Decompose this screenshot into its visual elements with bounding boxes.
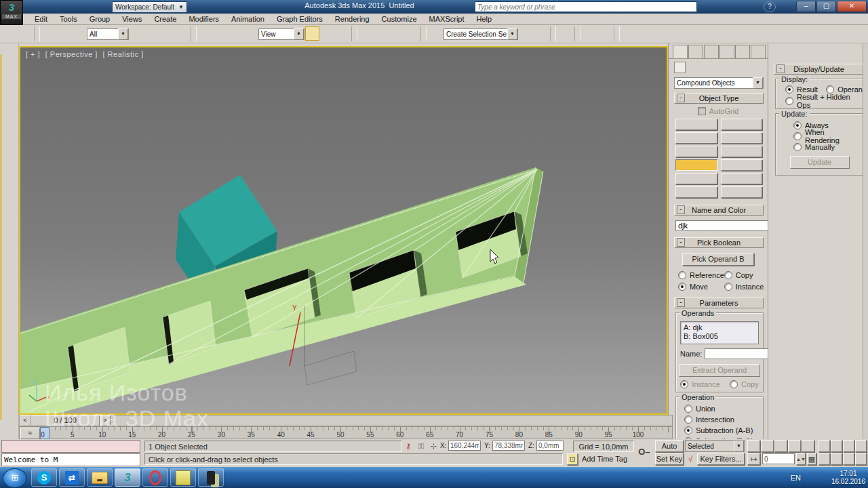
- cat-shapes[interactable]: [686, 62, 698, 73]
- curve-editor-icon[interactable]: [583, 26, 597, 41]
- select-and-manipulate-icon[interactable]: [320, 26, 334, 41]
- radio-icon[interactable]: [684, 415, 692, 424]
- extract-option[interactable]: Copy: [730, 380, 759, 388]
- menu-item[interactable]: Edit: [28, 15, 54, 23]
- key-filters-button[interactable]: Key Filters...: [697, 453, 745, 465]
- cat-geometry[interactable]: [674, 62, 686, 73]
- update-option[interactable]: When Rendering: [793, 131, 861, 140]
- operand-item[interactable]: A: djk: [684, 323, 758, 332]
- operation-option[interactable]: Union: [684, 404, 760, 413]
- terrain-compound-icon[interactable]: [1, 390, 18, 407]
- operand-item[interactable]: B: Box005: [684, 332, 758, 341]
- skype[interactable]: S: [31, 468, 57, 487]
- close-button[interactable]: ✕: [837, 1, 867, 12]
- rollout-parameters[interactable]: Parameters: [674, 298, 764, 308]
- operation-option[interactable]: Subtraction (A-B): [684, 426, 760, 434]
- start-button[interactable]: ⊞: [3, 468, 27, 488]
- radio-icon[interactable]: [793, 132, 802, 140]
- menu-item[interactable]: Rendering: [329, 15, 376, 23]
- radio-icon[interactable]: [785, 97, 793, 105]
- go-to-end-icon[interactable]: [802, 440, 814, 452]
- perspective-viewport[interactable]: [ + ] [ Perspective ] [ Realistic ]: [19, 46, 668, 415]
- maxscript-listener[interactable]: Welcome to M: [1, 453, 140, 466]
- menu-item[interactable]: Create: [148, 15, 182, 23]
- max3ds[interactable]: 3: [115, 468, 140, 487]
- trackbar-ruler[interactable]: 0510152025303540455055606570758085909510…: [40, 427, 671, 439]
- rectangular-selection-region-icon[interactable]: [159, 26, 174, 41]
- sketchup[interactable]: [170, 468, 196, 487]
- extract-option[interactable]: Instance: [680, 380, 720, 388]
- cone-primitive-icon[interactable]: [1, 321, 18, 338]
- current-frame-field[interactable]: [762, 453, 795, 464]
- update-option[interactable]: Manually: [793, 142, 861, 151]
- display-option[interactable]: Result + Hidden Ops: [785, 96, 861, 105]
- zoom-icon[interactable]: [818, 440, 830, 452]
- menu-item[interactable]: Tools: [54, 15, 83, 23]
- select-and-move-icon[interactable]: [199, 26, 213, 41]
- previous-frame-icon[interactable]: [761, 440, 774, 452]
- align-icon[interactable]: [534, 26, 548, 41]
- camera-view-icon[interactable]: [1, 183, 18, 199]
- menu-item[interactable]: MAXScript: [423, 15, 471, 23]
- add-time-tag[interactable]: Add Time Tag: [582, 455, 627, 463]
- radio-icon[interactable]: [678, 271, 686, 279]
- spinner-snap-icon[interactable]: [404, 26, 418, 41]
- key-step-icon[interactable]: ↦: [747, 453, 760, 465]
- clone-option[interactable]: Move: [678, 282, 724, 291]
- zoom-all-icon[interactable]: [831, 440, 842, 452]
- select-object-icon[interactable]: [130, 26, 144, 41]
- unlink-selection-icon[interactable]: [57, 26, 71, 41]
- object-type-button[interactable]: [675, 186, 717, 198]
- maximize-viewport-icon[interactable]: [855, 453, 867, 465]
- teamviewer[interactable]: ⇄: [59, 468, 85, 487]
- zoom-extents-icon[interactable]: [843, 440, 854, 452]
- light-bulb-icon[interactable]: [1, 137, 18, 153]
- object-type-button[interactable]: [721, 132, 763, 144]
- redo-icon[interactable]: [18, 26, 32, 41]
- reference-coordinate-dropdown[interactable]: View ▼: [258, 28, 304, 40]
- rollout-object-type[interactable]: Object Type: [674, 93, 764, 104]
- object-type-button[interactable]: [721, 146, 763, 157]
- default-tangent-icon[interactable]: √: [685, 453, 696, 464]
- help-icon[interactable]: ?: [764, 1, 776, 12]
- application-menu-button[interactable]: 3 MAX: [0, 0, 23, 25]
- select-and-scale-icon[interactable]: [229, 26, 243, 41]
- shell-icon[interactable]: [1, 413, 18, 430]
- selection-lock-icon[interactable]: ⚷: [403, 441, 414, 451]
- menu-item[interactable]: Help: [471, 15, 498, 23]
- rendered-frame-icon[interactable]: [1, 68, 18, 84]
- object-type-button[interactable]: [675, 119, 717, 130]
- named-selection-set-dropdown[interactable]: Create Selection Se ▼: [443, 28, 518, 40]
- edit-named-sets-icon[interactable]: [429, 26, 443, 41]
- radio-icon[interactable]: [826, 85, 834, 94]
- clone-option[interactable]: Reference: [678, 270, 724, 279]
- plane-primitive-icon[interactable]: [1, 229, 18, 245]
- render-production-icon[interactable]: [667, 26, 681, 41]
- pick-operand-b-button[interactable]: Pick Operand B: [682, 253, 754, 266]
- update-button[interactable]: Update: [790, 156, 850, 169]
- cat-lights[interactable]: [698, 62, 710, 73]
- material-editor-icon[interactable]: [622, 26, 636, 41]
- object-type-button[interactable]: [721, 119, 763, 130]
- next-frame-arrow[interactable]: >: [100, 415, 111, 426]
- search-input[interactable]: [475, 1, 697, 12]
- select-and-place-icon[interactable]: [243, 26, 258, 41]
- zoom-extents-all-icon[interactable]: [855, 440, 867, 452]
- sphere-primitive-icon[interactable]: [1, 275, 18, 291]
- minimize-button[interactable]: –: [796, 1, 816, 12]
- snaps-toggle-icon[interactable]: [359, 26, 374, 41]
- object-type-button[interactable]: [675, 159, 717, 171]
- select-by-name-icon[interactable]: [144, 26, 159, 41]
- language-indicator[interactable]: EN: [791, 474, 801, 482]
- radio-icon[interactable]: [793, 121, 802, 129]
- time-tag-icon[interactable]: ⊡: [567, 453, 578, 465]
- radio-icon[interactable]: [724, 271, 732, 279]
- radio-icon[interactable]: [793, 143, 802, 151]
- command-panel-scrollbar[interactable]: [0, 54, 2, 420]
- y-coordinate-field[interactable]: [492, 441, 525, 451]
- radio-icon[interactable]: [680, 380, 688, 388]
- keyboard-override-icon[interactable]: [335, 26, 349, 41]
- teapot-render-icon[interactable]: [1, 45, 18, 61]
- camera-app[interactable]: [198, 468, 224, 487]
- tab-modify[interactable]: [688, 45, 703, 58]
